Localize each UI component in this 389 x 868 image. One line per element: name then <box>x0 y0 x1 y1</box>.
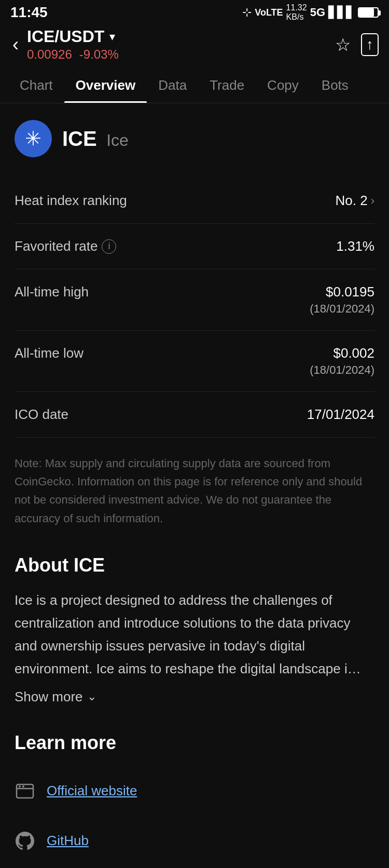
all-time-high-row: All-time high $0.0195 (18/01/2024) <box>15 269 374 331</box>
tab-overview[interactable]: Overview <box>64 68 147 103</box>
all-time-high-price: $0.0195 <box>310 284 374 300</box>
disclaimer-note: Note: Max supply and circulating supply … <box>15 454 374 527</box>
svg-point-3 <box>22 785 24 788</box>
heat-index-value[interactable]: No. 2 › <box>336 193 374 209</box>
all-time-low-date: (18/01/2024) <box>310 363 374 377</box>
tab-copy[interactable]: Copy <box>256 68 310 103</box>
coin-name-group: ICE Ice <box>62 127 129 151</box>
coin-symbol: ICE <box>62 127 97 150</box>
bluetooth-icon: ⊹ <box>242 6 252 19</box>
browser-icon <box>15 781 35 802</box>
signal-icon: ▋▋▋ <box>328 6 355 19</box>
show-more-label: Show more <box>15 689 83 705</box>
speed-text: 11.32KB/s <box>286 3 307 22</box>
all-time-high-value-group: $0.0195 (18/01/2024) <box>310 284 374 316</box>
volte-icon: VoLTE <box>255 7 283 18</box>
coin-header: ✳ ICE Ice <box>15 120 374 157</box>
about-description: Ice is a project designed to address the… <box>15 589 374 681</box>
favorited-rate-row: Favorited rate i 1.31% <box>15 224 374 269</box>
tab-data[interactable]: Data <box>147 68 198 103</box>
header-actions: ☆ ↑ <box>335 33 379 56</box>
heat-index-row: Heat index ranking No. 2 › <box>15 178 374 224</box>
header: ‹ ICE/USDT ▾ 0.00926 -9.03% ☆ ↑ <box>0 23 389 64</box>
tab-bar: Chart Overview Data Trade Copy Bots <box>0 68 389 103</box>
chevron-down-icon: ⌄ <box>87 690 96 703</box>
dropdown-icon[interactable]: ▾ <box>109 30 115 44</box>
share-button[interactable]: ↑ <box>361 33 379 56</box>
back-button[interactable]: ‹ <box>10 32 21 58</box>
all-time-low-price: $0.002 <box>310 345 374 361</box>
all-time-low-row: All-time low $0.002 (18/01/2024) <box>15 331 374 392</box>
pair-row: ICE/USDT ▾ <box>27 27 329 46</box>
favorite-button[interactable]: ☆ <box>335 34 351 55</box>
tab-chart[interactable]: Chart <box>8 68 64 103</box>
tab-trade[interactable]: Trade <box>198 68 256 103</box>
svg-point-2 <box>19 785 21 788</box>
show-more-button[interactable]: Show more ⌄ <box>15 689 374 705</box>
main-content: ✳ ICE Ice Heat index ranking No. 2 › Fav… <box>0 103 389 868</box>
all-time-low-label: All-time low <box>15 345 84 361</box>
trading-pair: ICE/USDT <box>27 27 104 46</box>
ico-date-value: 17/01/2024 <box>307 406 374 423</box>
battery-icon <box>358 7 379 18</box>
github-icon <box>15 831 35 851</box>
5g-icon: 5G <box>310 6 325 19</box>
info-icon[interactable]: i <box>102 239 116 254</box>
all-time-low-value-group: $0.002 (18/01/2024) <box>310 345 374 377</box>
price-change: -9.03% <box>79 47 119 62</box>
all-time-high-label: All-time high <box>15 284 89 300</box>
status-time: 11:45 <box>10 4 48 21</box>
about-section: About ICE Ice is a project designed to a… <box>15 554 374 705</box>
learn-more-title: Learn more <box>15 732 374 754</box>
ico-date-row: ICO date 17/01/2024 <box>15 392 374 438</box>
status-bar: 11:45 ⊹ VoLTE 11.32KB/s 5G ▋▋▋ <box>0 0 389 23</box>
about-title: About ICE <box>15 554 374 576</box>
block-explorer-link[interactable]: Block explorer <box>15 866 374 869</box>
tab-bots[interactable]: Bots <box>310 68 360 103</box>
ico-date-label: ICO date <box>15 406 68 423</box>
github-link[interactable]: GitHub <box>15 816 374 866</box>
header-title-block: ICE/USDT ▾ 0.00926 -9.03% <box>27 27 329 62</box>
price-row: 0.00926 -9.03% <box>27 47 329 62</box>
status-icons: ⊹ VoLTE 11.32KB/s 5G ▋▋▋ <box>242 3 379 22</box>
official-website-label: Official website <box>47 783 137 799</box>
github-label: GitHub <box>47 833 89 849</box>
heat-index-label: Heat index ranking <box>15 193 127 209</box>
coin-logo-symbol: ✳ <box>25 127 41 150</box>
all-time-high-date: (18/01/2024) <box>310 302 374 316</box>
current-price: 0.00926 <box>27 47 72 62</box>
favorited-value: 1.31% <box>336 238 374 254</box>
chevron-right-icon: › <box>371 194 374 208</box>
official-website-link[interactable]: Official website <box>15 766 374 816</box>
learn-more-section: Learn more Official website GitHub <box>15 732 374 869</box>
favorited-label: Favorited rate i <box>15 238 116 254</box>
coin-full-name: Ice <box>106 131 129 150</box>
coin-logo: ✳ <box>15 120 52 157</box>
